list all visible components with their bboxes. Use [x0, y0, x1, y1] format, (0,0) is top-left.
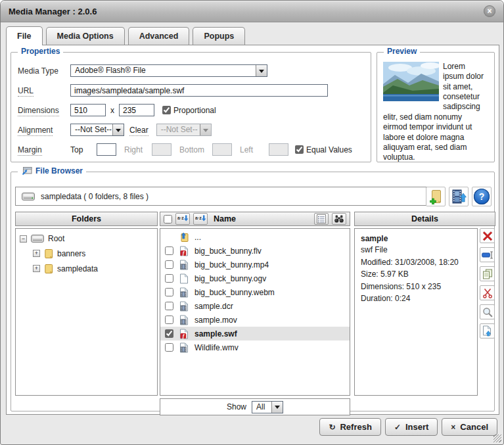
url-input[interactable] — [70, 84, 328, 97]
tab-media-options[interactable]: Media Options — [46, 27, 125, 45]
details-panel: sample swf File Modified: 31/03/2008, 18… — [354, 228, 478, 396]
file-checkbox[interactable] — [165, 274, 173, 283]
cut-icon — [482, 288, 493, 298]
sort-descending-button[interactable]: a·z — [193, 213, 208, 225]
proportional-checkbox[interactable] — [162, 106, 171, 114]
file-checkbox[interactable] — [165, 329, 173, 338]
equal-values-label: Equal Values — [306, 145, 352, 154]
properties-fieldset: Properties Media Type Adobe® Flash® File… — [11, 52, 371, 162]
cut-button[interactable] — [480, 285, 495, 300]
create-folder-button[interactable] — [426, 187, 446, 206]
file-row[interactable]: sample.mov — [160, 313, 350, 327]
sort-az-icon: a·z — [195, 214, 206, 223]
title-bar[interactable]: Media Manager : 2.0.6 × — [1, 1, 503, 22]
insert-button[interactable]: ✓ Insert — [385, 418, 438, 436]
delete-button[interactable] — [480, 228, 495, 243]
close-icon[interactable]: × — [484, 5, 495, 17]
tree-item-root[interactable]: − Root — [16, 231, 157, 246]
equal-values-checkbox[interactable] — [295, 145, 304, 154]
refresh-button[interactable]: ↻ Refresh — [319, 418, 380, 436]
rename-button[interactable] — [480, 247, 495, 262]
file-row[interactable]: big_buck_bunny.ogv — [160, 271, 350, 285]
tree-item-sampledata[interactable]: + sampledata — [29, 261, 157, 276]
copy-icon — [482, 269, 493, 279]
tab-popups[interactable]: Popups — [193, 27, 245, 45]
file-row[interactable]: big_buck_bunny.mp4 — [160, 258, 350, 271]
chevron-down-icon — [112, 124, 124, 135]
sort-ascending-button[interactable]: a·z — [175, 213, 190, 225]
margin-right-input[interactable] — [152, 143, 172, 156]
folders-header: Folders — [15, 212, 158, 226]
file-row[interactable]: big_buck_bunny.webm — [160, 285, 350, 299]
svg-text:a·z: a·z — [177, 216, 184, 220]
file-checkbox[interactable] — [165, 246, 173, 255]
cancel-button[interactable]: × Cancel — [442, 418, 497, 436]
proportional-label: Proportional — [173, 106, 216, 115]
path-text: sampledata ( 0 folders, 8 files ) — [41, 192, 149, 201]
collapse-icon[interactable]: − — [20, 235, 27, 243]
help-button[interactable]: ? — [472, 187, 492, 206]
file-name: Wildlife.wmv — [195, 343, 239, 352]
tab-file[interactable]: File — [6, 26, 43, 45]
file-checkbox[interactable] — [165, 288, 173, 296]
upload-media-button[interactable] — [449, 187, 469, 206]
width-input[interactable] — [70, 104, 106, 116]
browser-toolbar: ? — [426, 187, 492, 206]
file-name: big_buck_bunny.webm — [195, 288, 275, 297]
tab-advanced[interactable]: Advanced — [128, 27, 190, 45]
tree-item-banners[interactable]: + banners — [29, 246, 157, 261]
details-modified: Modified: 31/03/2008, 18:20 — [361, 258, 471, 268]
select-all-checkbox[interactable] — [164, 215, 172, 223]
url-label: URL — [18, 86, 34, 97]
file-row[interactable]: sample.dcr — [160, 299, 350, 313]
file-checkbox[interactable] — [165, 316, 173, 324]
file-checkbox[interactable] — [165, 343, 173, 352]
get-file-button[interactable] — [480, 323, 495, 339]
magnifier-icon — [482, 307, 493, 317]
margin-top-label: Top — [70, 145, 93, 154]
resize-grip[interactable] — [493, 434, 501, 442]
file-row[interactable]: f big_buck_bunny.flv — [160, 244, 350, 258]
clear-select[interactable]: --Not Set-- — [156, 124, 212, 136]
folder-icon — [44, 248, 53, 258]
margin-extra-input[interactable] — [269, 143, 288, 156]
tab-content: Properties Media Type Adobe® Flash® File… — [6, 45, 499, 415]
file-row-selected[interactable]: f sample.swf — [160, 327, 350, 340]
file-row-up[interactable]: ... — [160, 230, 350, 244]
name-column-label: Name — [214, 214, 236, 223]
media-type-select[interactable]: Adobe® Flash® File — [70, 64, 267, 77]
preview-button[interactable] — [480, 304, 495, 319]
folder-icon — [44, 264, 53, 273]
show-select[interactable]: All — [252, 401, 283, 413]
copy-button[interactable] — [480, 266, 495, 281]
chevron-down-icon — [271, 402, 283, 413]
dimensions-row: Dimensions x Proportional — [18, 104, 371, 116]
tab-bar: File Media Options Advanced Popups — [1, 22, 503, 45]
file-checkbox[interactable] — [165, 302, 173, 310]
file-name: big_buck_bunny.mp4 — [195, 260, 269, 269]
margin-top-input[interactable] — [97, 143, 116, 156]
margin-left-label: Left — [240, 145, 257, 154]
media-type-label: Media Type — [18, 66, 70, 76]
file-checkbox[interactable] — [165, 260, 173, 269]
list-view-button[interactable] — [314, 213, 329, 225]
expand-icon[interactable]: + — [33, 250, 40, 257]
video-file-icon — [179, 260, 189, 270]
expand-icon[interactable]: + — [33, 265, 40, 272]
search-button[interactable] — [332, 213, 346, 225]
details-type: swf File — [361, 245, 471, 256]
alignment-select[interactable]: --Not Set-- — [70, 124, 124, 136]
margin-bottom-input[interactable] — [212, 143, 232, 156]
preview-fieldset: Preview Lorem ipsum dolor sit amet, cons… — [377, 52, 495, 162]
preview-legend: Preview — [384, 47, 420, 56]
binoculars-icon — [334, 214, 344, 223]
height-input[interactable] — [119, 104, 154, 116]
refresh-icon: ↻ — [329, 423, 335, 432]
file-browser-fieldset: File Browser sampledata ( 0 folders, 8 f… — [11, 172, 495, 411]
create-folder-icon — [428, 189, 443, 204]
window-title: Media Manager : 2.0.6 — [9, 7, 97, 16]
video-file-icon — [179, 315, 189, 325]
file-name: sample.dcr — [195, 302, 233, 311]
file-row[interactable]: Wildlife.wmv — [160, 340, 350, 354]
margin-right-label: Right — [124, 145, 148, 154]
